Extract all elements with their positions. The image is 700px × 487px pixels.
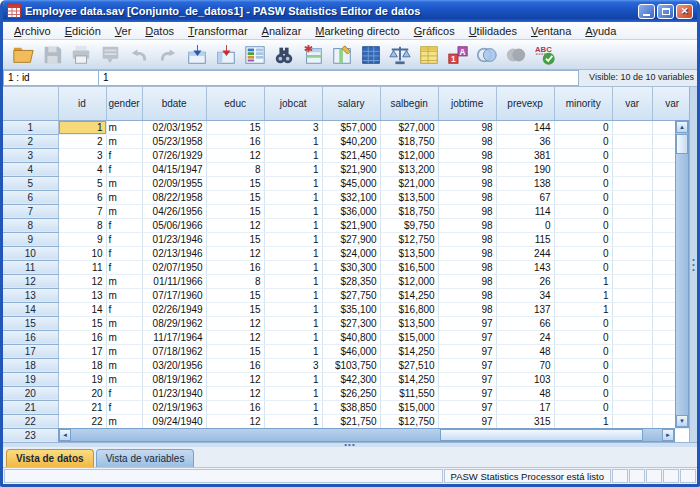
cell-20-salary[interactable]: $26,250 — [322, 386, 380, 400]
cell-20-prevexp[interactable]: 48 — [496, 386, 554, 400]
grid-corner-cell[interactable] — [3, 87, 58, 120]
cell-5-salbegin[interactable]: $21,000 — [380, 176, 438, 190]
menu-item-transformar[interactable]: Transformar — [181, 23, 255, 39]
column-header-bdate[interactable]: bdate — [142, 87, 206, 120]
scroll-down-icon[interactable]: ▼ — [676, 415, 688, 427]
cell-6-prevexp[interactable]: 67 — [496, 190, 554, 204]
cell-7-jobcat[interactable]: 1 — [264, 204, 322, 218]
row-header-13[interactable]: 13 — [3, 288, 58, 302]
cell-15-prevexp[interactable]: 66 — [496, 316, 554, 330]
cell-17-bdate[interactable]: 07/18/1962 — [142, 344, 206, 358]
cell-17-educ[interactable]: 15 — [206, 344, 264, 358]
cell-editor[interactable]: 1 — [99, 70, 579, 86]
cell-19-prevexp[interactable]: 103 — [496, 372, 554, 386]
cell-1-id[interactable]: 1 — [58, 120, 106, 134]
row-header-21[interactable]: 21 — [3, 400, 58, 414]
cell-9-prevexp[interactable]: 115 — [496, 232, 554, 246]
cell-4-jobtime[interactable]: 98 — [438, 162, 496, 176]
cell-19-salary[interactable]: $42,300 — [322, 372, 380, 386]
cell-5-prevexp[interactable]: 138 — [496, 176, 554, 190]
cell-18-id[interactable]: 18 — [58, 358, 106, 372]
cell-15-jobtime[interactable]: 97 — [438, 316, 496, 330]
cell-6-var1[interactable] — [612, 190, 652, 204]
cell-10-gender[interactable]: f — [106, 246, 142, 260]
cell-1-minority[interactable]: 0 — [554, 120, 612, 134]
column-header-id[interactable]: id — [58, 87, 106, 120]
cell-2-var1[interactable] — [612, 134, 652, 148]
row-header-4[interactable]: 4 — [3, 162, 58, 176]
cell-9-var1[interactable] — [612, 232, 652, 246]
cell-15-jobcat[interactable]: 1 — [264, 316, 322, 330]
cell-12-jobcat[interactable]: 1 — [264, 274, 322, 288]
cell-1-salbegin[interactable]: $27,000 — [380, 120, 438, 134]
cell-21-id[interactable]: 21 — [58, 400, 106, 414]
cell-12-gender[interactable]: m — [106, 274, 142, 288]
cell-8-prevexp[interactable]: 0 — [496, 218, 554, 232]
cell-11-id[interactable]: 11 — [58, 260, 106, 274]
column-header-var2[interactable]: var — [652, 87, 692, 120]
cell-19-bdate[interactable]: 08/19/1962 — [142, 372, 206, 386]
cell-20-id[interactable]: 20 — [58, 386, 106, 400]
cell-19-salbegin[interactable]: $14,250 — [380, 372, 438, 386]
cell-14-jobtime[interactable]: 98 — [438, 302, 496, 316]
cell-22-bdate[interactable]: 09/24/1940 — [142, 414, 206, 428]
cell-16-jobtime[interactable]: 97 — [438, 330, 496, 344]
use-variable-sets-button[interactable] — [472, 42, 501, 68]
cell-16-minority[interactable]: 0 — [554, 330, 612, 344]
close-button[interactable]: ✕ — [676, 4, 693, 19]
cell-10-id[interactable]: 10 — [58, 246, 106, 260]
cell-13-jobcat[interactable]: 1 — [264, 288, 322, 302]
menu-item-gr-ficos[interactable]: Gráficos — [407, 23, 462, 39]
row-header-3[interactable]: 3 — [3, 148, 58, 162]
cell-3-prevexp[interactable]: 381 — [496, 148, 554, 162]
row-header-20[interactable]: 20 — [3, 386, 58, 400]
cell-13-salbegin[interactable]: $14,250 — [380, 288, 438, 302]
cell-9-bdate[interactable]: 01/23/1946 — [142, 232, 206, 246]
cell-6-bdate[interactable]: 08/22/1958 — [142, 190, 206, 204]
cell-16-id[interactable]: 16 — [58, 330, 106, 344]
cell-20-var1[interactable] — [612, 386, 652, 400]
cell-18-educ[interactable]: 16 — [206, 358, 264, 372]
cell-16-gender[interactable]: m — [106, 330, 142, 344]
cell-10-salary[interactable]: $24,000 — [322, 246, 380, 260]
cell-8-jobtime[interactable]: 98 — [438, 218, 496, 232]
cell-11-var1[interactable] — [612, 260, 652, 274]
menu-item-ventana[interactable]: Ventana — [524, 23, 578, 39]
row-header-5[interactable]: 5 — [3, 176, 58, 190]
cell-11-minority[interactable]: 0 — [554, 260, 612, 274]
cell-13-bdate[interactable]: 07/17/1960 — [142, 288, 206, 302]
cell-6-gender[interactable]: m — [106, 190, 142, 204]
cell-14-gender[interactable]: f — [106, 302, 142, 316]
cell-18-gender[interactable]: m — [106, 358, 142, 372]
cell-10-minority[interactable]: 0 — [554, 246, 612, 260]
cell-17-minority[interactable]: 0 — [554, 344, 612, 358]
cell-12-educ[interactable]: 8 — [206, 274, 264, 288]
cell-2-salary[interactable]: $40,200 — [322, 134, 380, 148]
cell-20-bdate[interactable]: 01/23/1940 — [142, 386, 206, 400]
cell-10-jobcat[interactable]: 1 — [264, 246, 322, 260]
cell-8-salbegin[interactable]: $9,750 — [380, 218, 438, 232]
row-header-15[interactable]: 15 — [3, 316, 58, 330]
cell-11-salbegin[interactable]: $16,500 — [380, 260, 438, 274]
cell-14-salbegin[interactable]: $16,800 — [380, 302, 438, 316]
cell-17-gender[interactable]: m — [106, 344, 142, 358]
column-header-salbegin[interactable]: salbegin — [380, 87, 438, 120]
cell-10-bdate[interactable]: 02/13/1946 — [142, 246, 206, 260]
cell-10-prevexp[interactable]: 244 — [496, 246, 554, 260]
cell-19-educ[interactable]: 12 — [206, 372, 264, 386]
vertical-scroll-thumb[interactable] — [676, 134, 688, 154]
column-header-minority[interactable]: minority — [554, 87, 612, 120]
cell-3-salbegin[interactable]: $12,000 — [380, 148, 438, 162]
cell-2-jobcat[interactable]: 1 — [264, 134, 322, 148]
split-file-button[interactable] — [356, 42, 385, 68]
cell-21-bdate[interactable]: 02/19/1963 — [142, 400, 206, 414]
cell-7-jobtime[interactable]: 98 — [438, 204, 496, 218]
cell-12-salary[interactable]: $28,350 — [322, 274, 380, 288]
menu-item-ver[interactable]: Ver — [108, 23, 139, 39]
cell-5-salary[interactable]: $45,000 — [322, 176, 380, 190]
cell-9-salary[interactable]: $27,900 — [322, 232, 380, 246]
cell-16-bdate[interactable]: 11/17/1964 — [142, 330, 206, 344]
column-header-educ[interactable]: educ — [206, 87, 264, 120]
variables-button[interactable] — [240, 42, 269, 68]
cell-4-var1[interactable] — [612, 162, 652, 176]
